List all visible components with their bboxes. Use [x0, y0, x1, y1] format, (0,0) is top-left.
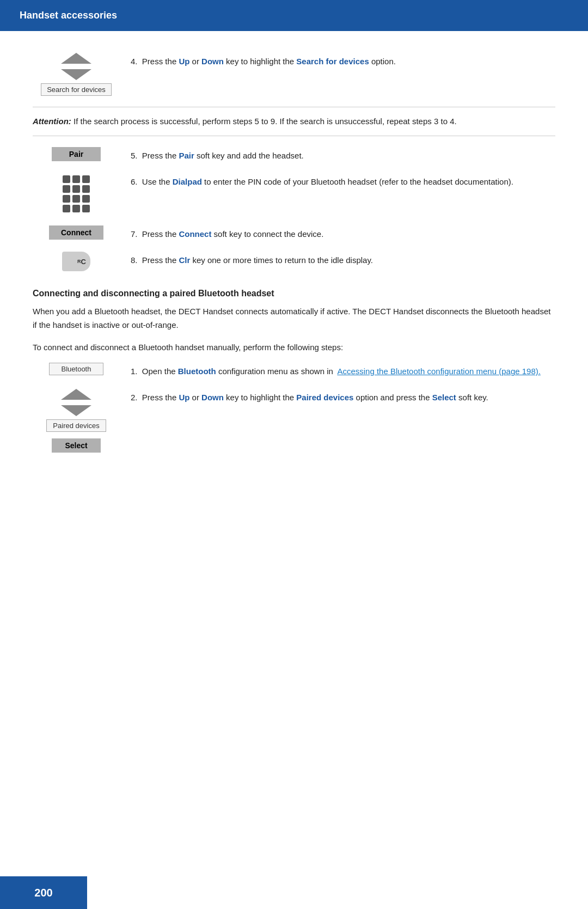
- step-5-text: 5. Press the Pair soft key and add the h…: [131, 147, 555, 162]
- main-content: Search for devices 4. Press the Up or Do…: [0, 31, 588, 485]
- step-s3-2-num: 2.: [131, 393, 142, 402]
- dialpad-key-2: [72, 175, 80, 183]
- dialpad-label: Dialpad: [173, 177, 202, 186]
- step-7-num: 7.: [131, 229, 142, 239]
- attention-box: Attention: If the search process is succ…: [33, 107, 555, 136]
- step-s3-2-text: 2. Press the Up or Down key to highlight…: [131, 389, 555, 404]
- dialpad-key-star: [63, 205, 70, 212]
- step-7-text: 7. Press the Connect soft key to connect…: [131, 225, 555, 241]
- step-8-text: 8. Press the Clr key one or more times t…: [131, 252, 555, 267]
- clr-letter: C: [81, 258, 86, 266]
- dialpad-key-1: [63, 175, 70, 183]
- step-s3-2-row: Paired devices Select 2. Press the Up or…: [33, 389, 555, 453]
- para2: To connect and disconnect a Bluetooth ha…: [33, 341, 555, 355]
- bluetooth-lcd: Bluetooth: [49, 363, 103, 375]
- select-label: Select: [432, 393, 456, 402]
- step-5-row: Pair 5. Press the Pair soft key and add …: [33, 147, 555, 162]
- header-title: Handset accessories: [20, 10, 117, 21]
- step-s3-1-row: Bluetooth 1. Open the Bluetooth configur…: [33, 363, 555, 378]
- select-softkey: Select: [52, 438, 101, 453]
- nav-arrows-icon: [61, 53, 91, 80]
- step-5-icon-area: Pair: [33, 147, 120, 161]
- step-s3-1-text: 1. Open the Bluetooth configuration menu…: [131, 363, 555, 378]
- up-key-label: Up: [179, 57, 189, 66]
- dialpad-key-0: [72, 205, 80, 212]
- step-5-num: 5.: [131, 151, 142, 160]
- step-8-icon-area: R C: [33, 252, 120, 271]
- step-4-num: 4.: [131, 57, 142, 66]
- clr-key-icon: R C: [62, 252, 90, 271]
- paired-devices-label: Paired devices: [296, 393, 353, 402]
- bluetooth-config-link[interactable]: Accessing the Bluetooth configuration me…: [337, 367, 541, 376]
- step-8-num: 8.: [131, 255, 142, 265]
- connect-label: Connect: [179, 229, 211, 239]
- down-key-label: Down: [201, 57, 224, 66]
- dialpad-key-4: [63, 185, 70, 193]
- paired-devices-lcd: Paired devices: [46, 419, 106, 432]
- step-4-icon-area: Search for devices: [33, 53, 120, 96]
- footer: 200: [0, 876, 87, 909]
- step-6-num: 6.: [131, 177, 142, 186]
- dialpad-key-8: [72, 195, 80, 203]
- connect-softkey: Connect: [49, 225, 103, 240]
- nav-arrows-icon-2: [61, 389, 91, 416]
- dialpad-key-3: [82, 175, 90, 183]
- para1: When you add a Bluetooth headset, the DE…: [33, 305, 555, 332]
- step-8-row: R C 8. Press the Clr key one or more tim…: [33, 252, 555, 271]
- bluetooth-label: Bluetooth: [178, 367, 216, 376]
- step-7-row: Connect 7. Press the Connect soft key to…: [33, 225, 555, 241]
- dialpad-key-9: [82, 195, 90, 203]
- step-4-row: Search for devices 4. Press the Up or Do…: [33, 53, 555, 96]
- search-devices-lcd: Search for devices: [41, 83, 112, 96]
- attention-text: If the search process is successful, per…: [74, 117, 457, 126]
- step-6-row: 6. Use the Dialpad to enter the PIN code…: [33, 173, 555, 215]
- attention-label: Attention:: [33, 117, 71, 126]
- step-6-text: 6. Use the Dialpad to enter the PIN code…: [131, 173, 555, 188]
- pair-softkey: Pair: [52, 147, 101, 161]
- dialpad-key-hash: [82, 205, 90, 212]
- section2-heading: Connecting and disconnecting a paired Bl…: [33, 289, 555, 298]
- down-key-label-2: Down: [201, 393, 224, 402]
- step-7-icon-area: Connect: [33, 225, 120, 240]
- dialpad-key-5: [72, 185, 80, 193]
- up-key-label-2: Up: [179, 393, 189, 402]
- arrow-up-icon-2: [61, 389, 91, 400]
- step-s3-2-icon-area: Paired devices Select: [33, 389, 120, 453]
- header-bar: Handset accessories: [0, 0, 588, 31]
- page-number: 200: [34, 887, 52, 899]
- arrow-down-icon-2: [61, 405, 91, 416]
- step-s3-1-num: 1.: [131, 367, 142, 376]
- dialpad-icon: [63, 175, 90, 212]
- pair-label: Pair: [179, 151, 194, 160]
- dialpad-key-6: [82, 185, 90, 193]
- step-s3-1-icon-area: Bluetooth: [33, 363, 120, 375]
- arrow-up-icon: [61, 53, 91, 64]
- step-4-text: 4. Press the Up or Down key to highlight…: [131, 53, 555, 68]
- arrow-down-icon: [61, 69, 91, 80]
- clr-label: Clr: [179, 255, 190, 265]
- search-devices-link: Search for devices: [296, 57, 369, 66]
- step-6-icon-area: [33, 173, 120, 215]
- dialpad-key-7: [63, 195, 70, 203]
